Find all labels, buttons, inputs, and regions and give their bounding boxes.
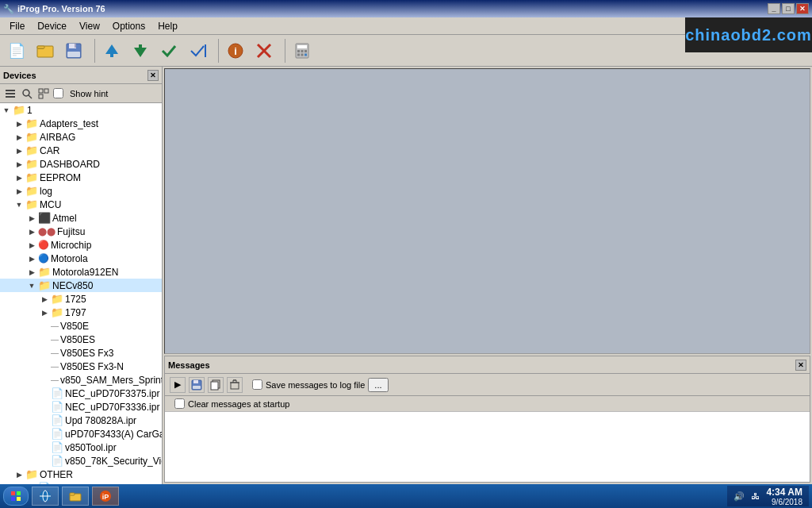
tree-item[interactable]: ▶ — V850E bbox=[0, 319, 162, 333]
tree-item[interactable]: ▶ 📄 v850_78K_Security_Viewer.ip bbox=[0, 454, 162, 468]
taskbar-ie-button[interactable] bbox=[32, 487, 59, 506]
tree-item[interactable]: ▼ 📁 NECv850 bbox=[0, 279, 162, 292]
expander-icon[interactable]: ▶ bbox=[13, 171, 25, 184]
tree-item[interactable]: ▶ 📄 NEC_uPD70F3336.ipr bbox=[0, 400, 162, 414]
tree-item[interactable]: ▼ 📁 1 bbox=[0, 103, 162, 117]
tree-item[interactable]: ▶ — V850ES Fx3-N bbox=[0, 360, 162, 373]
title-bar-left: 🔧 iProg Pro. Version 76 bbox=[3, 4, 105, 14]
menu-options[interactable]: Options bbox=[106, 19, 151, 33]
msg-clear-btn[interactable] bbox=[227, 377, 243, 393]
menu-help[interactable]: Help bbox=[151, 19, 184, 33]
expander-icon[interactable]: ▶ bbox=[13, 131, 25, 144]
tree-item[interactable]: ▶ 📄 NEC_uPD70F3375.ipr bbox=[0, 387, 162, 400]
menu-file[interactable]: File bbox=[3, 19, 31, 33]
taskbar-iprog-button[interactable]: iP bbox=[92, 487, 119, 506]
svg-rect-19 bbox=[301, 50, 304, 52]
tree-item[interactable]: ▶ 📄 uPD70F3433(A) CarGate (384 bbox=[0, 427, 162, 441]
right-area: Messages ✕ ▶ Save messages to log file .… bbox=[163, 67, 812, 484]
taskbar-folder-button[interactable] bbox=[62, 487, 89, 506]
minimize-button[interactable]: _ bbox=[768, 3, 780, 14]
tree-item[interactable]: ▶ 📁 CAR bbox=[0, 144, 162, 157]
dev-tb-expand-btn[interactable] bbox=[36, 87, 51, 101]
expander-icon[interactable]: ▶ bbox=[25, 252, 38, 265]
tree-item[interactable]: ▶ — v850_SAM_Mers_Sprinter bbox=[0, 373, 162, 387]
tb-upload-button[interactable] bbox=[98, 37, 125, 64]
expander-icon[interactable]: ▼ bbox=[13, 198, 25, 211]
menu-view[interactable]: View bbox=[73, 19, 106, 33]
menu-device[interactable]: Device bbox=[31, 19, 73, 33]
tree-item[interactable]: ▶ ⬛ Atmel bbox=[0, 211, 162, 225]
tree-item-label: v850_SAM_Mers_Sprinter bbox=[60, 375, 162, 386]
svg-rect-45 bbox=[17, 497, 21, 501]
tb-calc-button[interactable] bbox=[289, 37, 316, 64]
expander-icon[interactable]: ▶ bbox=[38, 306, 51, 319]
tree-item[interactable]: ▶ 📁 EEPROM bbox=[0, 171, 162, 184]
tree-item[interactable]: ▶ 📁 AIRBAG bbox=[0, 130, 162, 144]
expander-icon[interactable]: ▶ bbox=[13, 144, 25, 157]
tree-item[interactable]: ▶ 🔵 Motorola bbox=[0, 252, 162, 265]
tree-item-label: OTHER bbox=[40, 469, 73, 480]
tb-erase-button[interactable] bbox=[251, 37, 278, 64]
tree-item[interactable]: ▶ 📁 OTHER bbox=[0, 468, 162, 481]
msg-copy-btn[interactable] bbox=[208, 377, 224, 393]
tree-item[interactable]: ▶ 📁 log bbox=[0, 184, 162, 198]
messages-close-btn[interactable]: ✕ bbox=[795, 360, 806, 371]
start-button[interactable] bbox=[3, 487, 29, 506]
browse-button[interactable]: ... bbox=[368, 378, 388, 392]
tree-item[interactable]: ▶ 📄 Upd 780828A.ipr bbox=[0, 414, 162, 427]
expander-icon[interactable]: ▶ bbox=[38, 293, 51, 306]
tree-item[interactable]: ▶ 📁 1725 bbox=[0, 292, 162, 306]
tree-item[interactable]: ▶ — V850ES Fx3 bbox=[0, 346, 162, 360]
tree-item[interactable]: ▼ 📁 MCU bbox=[0, 198, 162, 211]
svg-rect-30 bbox=[44, 89, 48, 93]
expander-icon[interactable]: ▶ bbox=[25, 239, 38, 252]
tree-item[interactable]: ▶ 🔴 Microchip bbox=[0, 238, 162, 252]
dev-tb-list-btn[interactable] bbox=[3, 87, 17, 101]
tb-info-button[interactable]: i bbox=[222, 37, 249, 64]
devices-toolbar: Show hint bbox=[0, 84, 162, 103]
expander-icon[interactable]: ▶ bbox=[25, 212, 38, 225]
expander-icon[interactable]: ▶ bbox=[13, 158, 25, 171]
tb-verify-button[interactable] bbox=[155, 37, 182, 64]
tree-item[interactable]: ▶ 📄 v850Tool.ipr bbox=[0, 441, 162, 454]
expander-icon[interactable]: ▶ bbox=[25, 266, 38, 279]
tb-download-button[interactable] bbox=[127, 37, 154, 64]
title-bar: 🔧 iProg Pro. Version 76 _ □ ✕ bbox=[0, 0, 812, 17]
maximize-button[interactable]: □ bbox=[782, 3, 795, 14]
folder-icon: 📁 bbox=[25, 131, 38, 143]
devices-close-btn[interactable]: ✕ bbox=[147, 70, 159, 81]
tree-container[interactable]: ▼ 📁 1 ▶ 📁 Adapters_test ▶ 📁 AIRBAG bbox=[0, 103, 162, 484]
expander-icon: ▶ bbox=[38, 347, 51, 360]
close-button[interactable]: ✕ bbox=[796, 3, 809, 14]
msg-play-btn[interactable]: ▶ bbox=[170, 377, 186, 393]
tb-save-button[interactable] bbox=[60, 37, 87, 64]
tree-item[interactable]: ▶ 📁 1797 bbox=[0, 306, 162, 319]
dev-tb-search-btn[interactable] bbox=[20, 87, 34, 101]
expander-icon[interactable]: ▼ bbox=[0, 104, 13, 117]
tb-auto-button[interactable] bbox=[184, 37, 211, 64]
msg-save-btn[interactable] bbox=[189, 377, 205, 393]
network-icon: 🖧 bbox=[751, 491, 760, 501]
tree-item[interactable]: ▶ ⬤⬤ Fujitsu bbox=[0, 225, 162, 238]
title-controls[interactable]: _ □ ✕ bbox=[768, 3, 809, 14]
expander-icon: ▶ bbox=[38, 320, 51, 333]
tree-item-label: 1725 bbox=[65, 294, 86, 305]
tree-item[interactable]: ▶ — V850ES bbox=[0, 333, 162, 346]
expander-icon[interactable]: ▼ bbox=[25, 279, 38, 292]
expander-icon[interactable]: ▶ bbox=[25, 225, 38, 238]
tree-item[interactable]: ▶ 📁 DASHBOARD bbox=[0, 157, 162, 171]
tree-item-label: NECv850 bbox=[52, 280, 93, 291]
clear-messages-checkbox[interactable] bbox=[174, 398, 185, 409]
show-hint-checkbox[interactable] bbox=[53, 88, 63, 98]
tb-new-button[interactable]: 📄 bbox=[3, 37, 30, 64]
expander-icon[interactable]: ▶ bbox=[13, 117, 25, 130]
tree-item[interactable]: ▶ 📁 Motorola912EN bbox=[0, 265, 162, 279]
tb-open-button[interactable] bbox=[32, 37, 59, 64]
file-icon: 📄 bbox=[51, 401, 63, 413]
expander-icon[interactable]: ▶ bbox=[13, 185, 25, 198]
messages-toolbar: ▶ Save messages to log file ... bbox=[165, 374, 810, 396]
expander-icon[interactable]: ▶ bbox=[13, 468, 25, 481]
tree-item[interactable]: ▶ 📁 Adapters_test bbox=[0, 117, 162, 130]
svg-rect-37 bbox=[231, 383, 239, 389]
save-messages-checkbox[interactable] bbox=[252, 379, 262, 390]
